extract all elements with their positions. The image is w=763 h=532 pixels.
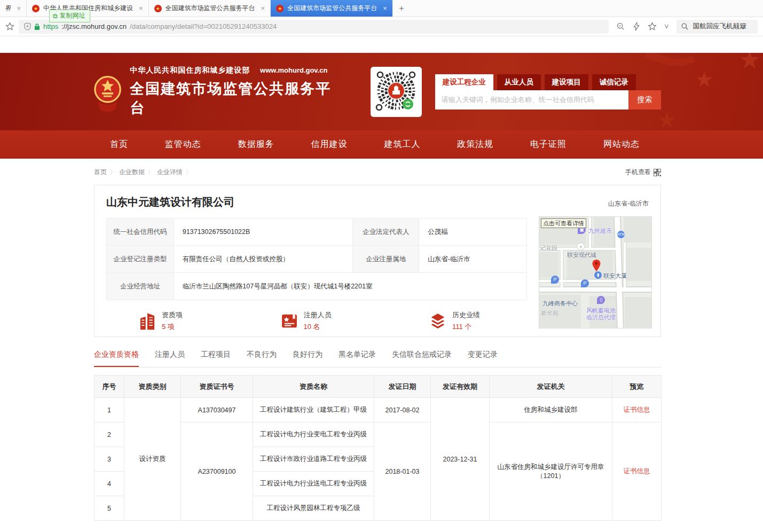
- reg-place-value: 山东省-临沂市: [419, 246, 527, 273]
- issue-date: 2018-01-03: [374, 423, 431, 521]
- favorite-star-icon[interactable]: [648, 22, 657, 31]
- location-pin-icon: [592, 260, 601, 271]
- header-search-widget: 建设工程企业 从业人员 建设项目 诚信记录 搜索: [435, 74, 661, 109]
- zoom-out-icon[interactable]: [616, 22, 625, 31]
- nav-item-policy[interactable]: 政策法规: [457, 139, 493, 150]
- nav-item-certificate[interactable]: 电子证照: [530, 139, 567, 150]
- cert-no: A137030497: [181, 398, 253, 423]
- certificate-icon: [280, 312, 298, 330]
- credit-code-value: 91371302675501022B: [174, 218, 353, 246]
- tab-registered-personnel[interactable]: 注册人员: [155, 350, 185, 367]
- company-name: 山东中元建筑设计有限公司: [106, 195, 234, 209]
- new-tab-button[interactable]: ＋: [392, 0, 411, 17]
- search-tab-personnel[interactable]: 从业人员: [497, 74, 541, 90]
- battery-marker-icon: ▯: [597, 296, 605, 304]
- col-authority: 发证机关: [490, 375, 612, 398]
- nav-item-site-news[interactable]: 网站动态: [603, 139, 640, 150]
- chevron-down-icon[interactable]: ˅: [664, 22, 669, 30]
- browser-tab-partial[interactable]: 界 ×: [0, 0, 27, 17]
- issuing-authority: 住房和城乡建设部: [490, 398, 612, 423]
- url-path: /data/company/detail?id=0021052912405330…: [130, 22, 277, 30]
- company-summary-card: 山东中元建筑设计有限公司 山东省-临沂市 统一社会信用代码 9137130267…: [94, 185, 661, 337]
- browser-tab-bar: 界 × ★ 中华人民共和国住房和城乡建设 × ★ 全国建筑市场监管公共服务平台 …: [0, 0, 763, 17]
- tab-blacklist[interactable]: 黑名单记录: [339, 350, 376, 367]
- qual-name: 工程设计风景园林工程专项乙级: [253, 496, 374, 521]
- reg-place-label: 企业注册属地: [353, 246, 419, 273]
- browser-tab-active[interactable]: ★ 全国建筑市场监管公共服务平台 ×: [271, 0, 392, 17]
- page-top-gap: [0, 36, 763, 53]
- site-header: 中华人民共和国住房和城乡建设部 www.mohurd.gov.cn 全国建筑市场…: [0, 53, 763, 130]
- nav-item-workers[interactable]: 建筑工人: [384, 139, 420, 150]
- nav-item-data-service[interactable]: 数据服务: [238, 139, 274, 150]
- col-valid-until: 发证有效期: [431, 375, 490, 398]
- lock-icon: [34, 23, 40, 30]
- stat-value: 111 个: [452, 322, 480, 332]
- company-stats: 资质项5 项 注册人员10 名 历史业绩111 个: [106, 310, 480, 332]
- tab-bad-behavior[interactable]: 不良行为: [247, 350, 277, 367]
- national-emblem-icon: [94, 71, 121, 114]
- search-tab-project[interactable]: 建设项目: [545, 74, 588, 90]
- col-category: 资质类别: [124, 375, 181, 398]
- keyword-search-input[interactable]: [435, 90, 628, 109]
- tab-close-icon[interactable]: ×: [383, 4, 387, 12]
- url-field[interactable]: https://jzsc.mohurd.gov.cn/data/company/…: [19, 20, 609, 34]
- nav-item-supervision[interactable]: 监管动态: [165, 139, 201, 150]
- shield-icon[interactable]: [24, 22, 31, 30]
- copy-url-tooltip: ⧉ 复制网址: [49, 10, 90, 22]
- breadcrumb-company-detail[interactable]: 企业详情: [157, 168, 183, 177]
- search-tab-credit[interactable]: 诚信记录: [592, 74, 636, 90]
- breadcrumb-company-data[interactable]: 企业数据: [119, 168, 145, 177]
- tab-close-icon[interactable]: ×: [261, 4, 265, 12]
- site-title: 全国建筑市场监管公共服务平台: [130, 79, 335, 118]
- legal-rep-value: 公茂福: [419, 218, 527, 246]
- tab-dishonesty-records[interactable]: 失信联合惩戒记录: [392, 350, 452, 367]
- parking-marker-icon: P: [581, 279, 589, 287]
- certificate-info-link[interactable]: 证书信息: [624, 467, 650, 475]
- tab-projects[interactable]: 工程项目: [201, 350, 231, 367]
- building-marker-icon: ▪: [577, 242, 585, 251]
- lightning-icon[interactable]: [633, 22, 640, 31]
- qr-mini-icon: [654, 169, 661, 176]
- nav-item-credit[interactable]: 信用建设: [311, 139, 348, 150]
- hot-search-box[interactable]: 国航回应飞机颠簸: [677, 20, 758, 34]
- map-label-business-center: 九峰商务中心: [542, 300, 578, 308]
- company-location-map[interactable]: 点击可查看详情 ▣ 九州超市 ATM 记花园 ▪ 联安现代城 ▮ 联安大厦 P …: [539, 216, 652, 328]
- stat-value: 10 名: [304, 322, 332, 332]
- nav-item-home[interactable]: 首页: [110, 139, 128, 150]
- breadcrumb-home[interactable]: 首页: [94, 168, 107, 177]
- tab-change-records[interactable]: 变更记录: [468, 350, 498, 367]
- valid-until: 2023-12-31: [431, 398, 490, 521]
- mobile-view-link[interactable]: 手机查看: [625, 168, 661, 177]
- qual-name: 工程设计电力行业送电工程专业丙级: [253, 472, 374, 496]
- address-value: 临沂市兰山区陶然路107号星河晶都（联安）现代城1号楼2201室: [174, 273, 527, 300]
- emblem-favicon-icon: ★: [32, 5, 40, 12]
- map-label-lianan-city: 联安现代城: [567, 251, 596, 259]
- tab-qualifications[interactable]: 企业资质资格: [94, 350, 139, 367]
- parking-marker-icon: P: [551, 276, 559, 284]
- chrome-action-icons: ˅: [613, 22, 672, 31]
- col-preview: 预览: [612, 375, 662, 398]
- certificate-info-link[interactable]: 证书信息: [624, 406, 650, 413]
- browser-tab-2[interactable]: ★ 全国建筑市场监管公共服务平台 ×: [149, 0, 271, 17]
- tab-close-icon[interactable]: ×: [139, 4, 143, 12]
- address-label: 企业经营地址: [107, 273, 174, 300]
- company-info-table: 统一社会信用代码 91371302675501022B 企业法定代表人 公茂福 …: [106, 218, 527, 300]
- qr-code-card: [371, 67, 422, 117]
- bookmark-star-icon[interactable]: [5, 22, 14, 31]
- search-button[interactable]: 搜索: [628, 90, 661, 109]
- tab-good-behavior[interactable]: 良好行为: [293, 350, 322, 367]
- map-label-xinhua: 新华苑: [541, 309, 559, 317]
- breadcrumb: 首页 〉 企业数据 〉 企业详情 〉 手机查看: [94, 168, 661, 177]
- table-row: 1 设计资质 A137030497 工程设计建筑行业（建筑工程）甲级 2017-…: [95, 398, 662, 423]
- qual-category: 设计资质: [124, 398, 181, 521]
- col-seq: 序号: [95, 375, 124, 398]
- cert-no: A237009100: [181, 423, 253, 521]
- url-host: ://jzsc.mohurd.gov.cn: [61, 22, 127, 30]
- qualification-table: 序号 资质类别 资质证书号 资质名称 发证日期 发证有效期 发证机关 预览 1 …: [94, 375, 662, 521]
- stat-historical-performance: 历史业绩111 个: [429, 310, 480, 332]
- detail-tab-bar: 企业资质资格 注册人员 工程项目 不良行为 良好行为 黑名单记录 失信联合惩戒记…: [94, 350, 661, 367]
- main-navigation: 首页 监管动态 数据服务 信用建设 建筑工人 政策法规 电子证照 网站动态: [0, 130, 763, 159]
- layers-icon: [429, 312, 447, 330]
- tab-close-icon[interactable]: ×: [17, 4, 21, 12]
- search-tab-enterprise[interactable]: 建设工程企业: [435, 74, 493, 90]
